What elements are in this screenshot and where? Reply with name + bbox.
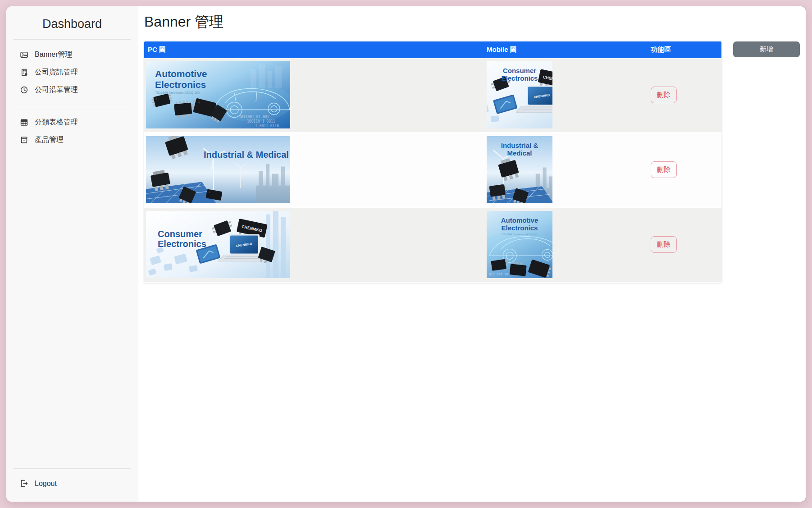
sidebar-divider — [14, 107, 131, 107]
table-row: 1011001 01 001 100110 1 0011 1 0011 0110 — [144, 58, 721, 133]
logout-icon — [20, 479, 28, 488]
column-header-actions: 功能區 — [647, 46, 721, 54]
sidebar-item-label: 產品管理 — [35, 135, 64, 145]
industrial-banner-art — [146, 136, 290, 203]
banner-caption: Automotive Electronics TS16949 Certifica… — [487, 217, 552, 236]
action-cell: 刪除 — [647, 161, 721, 178]
main-content: Banner 管理 PC 圖 Mobile 圖 功能區 — [138, 6, 806, 502]
sidebar-item-label: Banner管理 — [35, 50, 73, 59]
sidebar: Dashboard Banner管理 公司資訊管理 — [6, 6, 138, 502]
banner-title: Consumer Electronics — [158, 229, 219, 249]
image-icon — [20, 50, 28, 59]
column-header-mobile: Mobile 圖 — [483, 46, 647, 54]
pc-banner-cell: Industrial & Medical — [144, 136, 483, 203]
banner-title: Industrial & Medical — [494, 142, 545, 157]
sidebar-item-label: 公司資訊管理 — [35, 68, 78, 77]
sidebar-item-label: 公司沿革管理 — [35, 85, 78, 95]
banner-caption: Consumer Electronics — [487, 67, 552, 82]
sidebar-item-label: 分類表格管理 — [35, 118, 78, 127]
banner-caption: Consumer Electronics — [158, 229, 219, 249]
banner-caption: Automotive Electronics TS16949 Certifica… — [155, 69, 227, 94]
mobile-banner-cell: CHENMKO CHENMKO — [483, 61, 647, 128]
banner-title: Consumer Electronics — [494, 67, 545, 82]
svg-text:1 0011 0110: 1 0011 0110 — [255, 124, 279, 128]
banner-subtitle: TS16949 Certificate: AECQ-100 — [494, 233, 545, 236]
delete-button[interactable]: 刪除 — [651, 161, 677, 178]
svg-text:100110 1 0011: 100110 1 0011 — [247, 119, 275, 124]
banner-title: Industrial & Medical — [204, 150, 290, 160]
sidebar-item-category-table[interactable]: 分類表格管理 — [6, 114, 138, 131]
pc-banner-image-automotive: 1011001 01 001 100110 1 0011 1 0011 0110 — [146, 61, 290, 128]
mobile-banner-image-consumer: CHENMKO CHENMKO — [487, 61, 552, 128]
sidebar-divider — [14, 39, 131, 40]
app-window: Dashboard Banner管理 公司資訊管理 — [6, 6, 806, 502]
logout-button[interactable]: Logout — [6, 475, 138, 492]
sidebar-footer: Logout — [6, 460, 138, 502]
table-header: PC 圖 Mobile 圖 功能區 — [144, 41, 721, 58]
pc-banner-image-consumer: CHENMKO CHENMKO — [146, 211, 290, 278]
pc-banner-cell: 1011001 01 001 100110 1 0011 1 0011 0110 — [144, 61, 483, 128]
sidebar-nav-secondary: 分類表格管理 產品管理 — [6, 114, 138, 149]
logout-label: Logout — [35, 480, 57, 488]
svg-text:011 100 1011: 011 100 1011 — [489, 273, 511, 276]
action-cell: 刪除 — [647, 236, 721, 253]
banner-caption: Industrial & Medical — [204, 150, 290, 160]
banner-title: Automotive Electronics — [155, 69, 227, 90]
pc-banner-cell: CHENMKO CHENMKO — [144, 211, 483, 278]
banner-table: PC 圖 Mobile 圖 功能區 — [144, 41, 721, 283]
clock-icon — [20, 86, 28, 94]
mobile-banner-image-automotive: 011 100 1011 — [487, 211, 552, 278]
banner-subtitle: TS16949 Certificate: AECQ-100 — [155, 91, 227, 94]
sidebar-item-banner[interactable]: Banner管理 — [6, 46, 138, 64]
building-icon — [20, 68, 28, 77]
table-row: CHENMKO CHENMKO — [144, 208, 721, 283]
action-cell: 刪除 — [647, 87, 721, 103]
sidebar-divider — [14, 468, 131, 469]
svg-text:1011001 01 001: 1011001 01 001 — [239, 115, 269, 119]
banner-title: Automotive Electronics — [494, 217, 545, 232]
add-banner-button[interactable]: 新增 — [733, 41, 800, 57]
mobile-banner-image-industrial: Industrial & Medical — [487, 136, 552, 203]
delete-button[interactable]: 刪除 — [651, 236, 677, 253]
column-header-pc: PC 圖 — [144, 46, 483, 54]
banner-caption: Industrial & Medical — [487, 142, 552, 157]
package-icon — [20, 136, 28, 144]
page-title: Banner 管理 — [144, 13, 806, 32]
table-icon — [20, 118, 28, 127]
mobile-banner-cell: 011 100 1011 — [483, 211, 647, 278]
sidebar-item-company-history[interactable]: 公司沿革管理 — [6, 81, 138, 99]
delete-button[interactable]: 刪除 — [651, 87, 677, 103]
dashboard-title: Dashboard — [6, 17, 138, 31]
sidebar-nav-primary: Banner管理 公司資訊管理 公司沿革管理 — [6, 46, 138, 99]
sidebar-item-company-info[interactable]: 公司資訊管理 — [6, 64, 138, 81]
sidebar-item-products[interactable]: 產品管理 — [6, 131, 138, 149]
mobile-banner-cell: Industrial & Medical — [483, 136, 647, 203]
pc-banner-image-industrial: Industrial & Medical — [146, 136, 290, 203]
table-row: Industrial & Medical — [144, 133, 721, 208]
